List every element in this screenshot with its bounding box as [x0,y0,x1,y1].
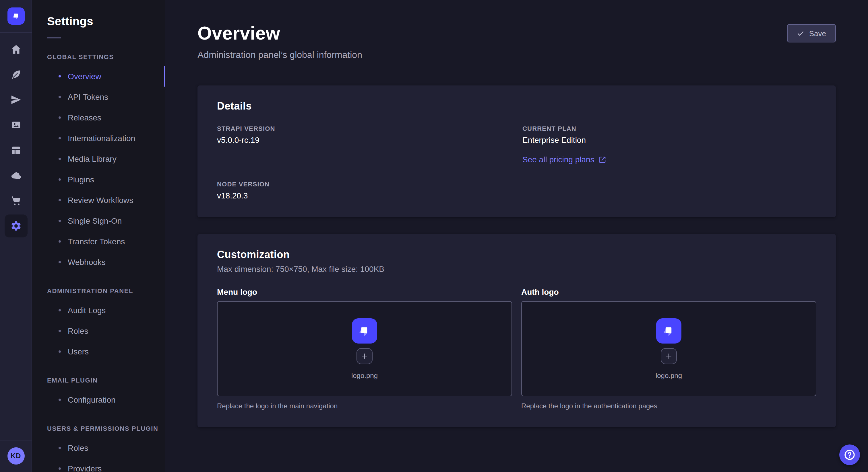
detail-field: CURRENT PLAN Enterprise Edition See all … [522,125,816,165]
detail-field: STRAPI VERSION v5.0.0-rc.19 [217,125,511,165]
pricing-plans-link[interactable]: See all pricing plans [522,155,607,164]
logo-preview [352,318,377,343]
home-icon [10,43,22,55]
subnav-item-webhooks[interactable]: Webhooks [32,252,165,272]
detail-field-value: v18.20.3 [217,191,511,200]
nav-releases-button[interactable] [4,88,27,111]
upload-hint: Replace the logo in the authentication p… [521,402,816,410]
detail-field: NODE VERSION v18.20.3 [217,181,511,200]
strapi-admin-app: KD Settings GLOBAL SETTINGS Overview API… [0,0,868,472]
subnav-title: Settings [32,0,165,28]
bullet-icon [59,116,61,119]
subnav-item-label: Transfer Tokens [68,237,125,246]
logo-dropzone[interactable]: logo.png [217,301,512,396]
subnav-item-roles[interactable]: Roles [32,438,165,458]
logo-upload-menu: Menu logo logo.png Replace the logo in t… [217,287,512,410]
subnav-item-single-sign-on[interactable]: Single Sign-On [32,210,165,231]
strapi-logo[interactable] [7,7,24,25]
rail-bottom: KD [0,440,32,472]
content-type-builder-icon [10,144,22,156]
help-button[interactable] [839,444,860,465]
customization-card: Customization Max dimension: 750×750, Ma… [197,234,836,427]
subnav-item-plugins[interactable]: Plugins [32,169,165,190]
subnav-item-label: Review Workflows [68,196,133,205]
upload-label: Auth logo [521,287,816,297]
logo-filename: logo.png [351,371,378,379]
subnav-item-media-library[interactable]: Media Library [32,148,165,169]
subnav-item-users[interactable]: Users [32,341,165,362]
customization-card-title: Customization [217,249,816,261]
nav-content-type-builder-button[interactable] [4,139,27,162]
bullet-icon [59,75,61,77]
subnav-item-overview[interactable]: Overview [32,66,165,87]
subnav-item-label: Internationalization [68,134,135,143]
add-logo-button[interactable] [356,348,373,364]
detail-field-value: v5.0.0-rc.19 [217,135,511,144]
main-nav-rail: KD [0,0,32,472]
page-header-text: Overview Administration panel’s global i… [197,23,362,60]
nav-content-manager-button[interactable] [4,63,27,86]
main-nav-icon-list [4,33,27,440]
subnav-item-review-workflows[interactable]: Review Workflows [32,190,165,210]
subnav-item-label: Audit Logs [68,306,105,315]
check-icon [797,30,805,37]
nav-marketplace-button[interactable] [4,189,27,212]
detail-field-value: Enterprise Edition [522,135,816,144]
logo-dropzone[interactable]: logo.png [521,301,816,396]
subnav-item-label: Releases [68,113,101,122]
subnav-item-label: Plugins [68,175,94,184]
subnav-section-label: GLOBAL SETTINGS [32,53,165,60]
content-manager-icon [10,69,22,80]
subnav-section-label: ADMINISTRATION PANEL [32,287,165,294]
subnav-item-label: Webhooks [68,258,105,267]
rail-divider-bottom [0,440,32,440]
bullet-icon [59,330,61,332]
deploy-icon [10,170,22,181]
bullet-icon [59,261,61,263]
save-button[interactable]: Save [787,24,836,42]
bullet-icon [59,350,61,353]
save-button-label: Save [809,29,826,38]
subnav-item-configuration[interactable]: Configuration [32,390,165,410]
media-library-icon [10,119,22,131]
nav-deploy-button[interactable] [4,164,27,187]
bullet-icon [59,137,61,139]
plus-icon [361,352,369,360]
logo-uploads: Menu logo logo.png Replace the logo in t… [217,287,816,410]
detail-field-label: STRAPI VERSION [217,125,511,132]
bullet-icon [59,96,61,98]
settings-icon [10,220,22,232]
customization-constraints: Max dimension: 750×750, Max file size: 1… [217,264,816,274]
subnav-item-label: API Tokens [68,92,108,102]
page-subtitle: Administration panel’s global informatio… [197,50,362,60]
subnav-item-releases[interactable]: Releases [32,107,165,128]
detail-field-label: NODE VERSION [217,181,511,188]
add-logo-button[interactable] [661,348,677,364]
bullet-icon [59,467,61,470]
subnav-item-providers[interactable]: Providers [32,458,165,472]
subnav-item-audit-logs[interactable]: Audit Logs [32,300,165,321]
subnav-item-transfer-tokens[interactable]: Transfer Tokens [32,231,165,252]
page-header: Overview Administration panel’s global i… [197,23,836,60]
nav-home-button[interactable] [4,38,27,61]
subnav-item-label: Users [68,347,89,356]
detail-field-label: CURRENT PLAN [522,125,816,132]
details-fields: STRAPI VERSION v5.0.0-rc.19CURRENT PLAN … [217,125,816,200]
subnav-sections: GLOBAL SETTINGS Overview API Tokens Rele… [32,53,165,472]
avatar[interactable]: KD [7,447,24,465]
subnav-item-roles[interactable]: Roles [32,321,165,341]
bullet-icon [59,158,61,160]
subnav-item-internationalization[interactable]: Internationalization [32,128,165,148]
external-link-icon [599,156,607,163]
bullet-icon [59,199,61,201]
bullet-icon [59,399,61,401]
active-indicator [164,66,165,87]
subnav-section-label: EMAIL PLUGIN [32,377,165,384]
page-title: Overview [197,23,362,44]
releases-icon [10,94,22,105]
subnav-item-label: Roles [68,326,88,336]
nav-settings-button[interactable] [4,214,27,237]
upload-label: Menu logo [217,287,512,297]
nav-media-library-button[interactable] [4,113,27,136]
subnav-item-api-tokens[interactable]: API Tokens [32,87,165,107]
